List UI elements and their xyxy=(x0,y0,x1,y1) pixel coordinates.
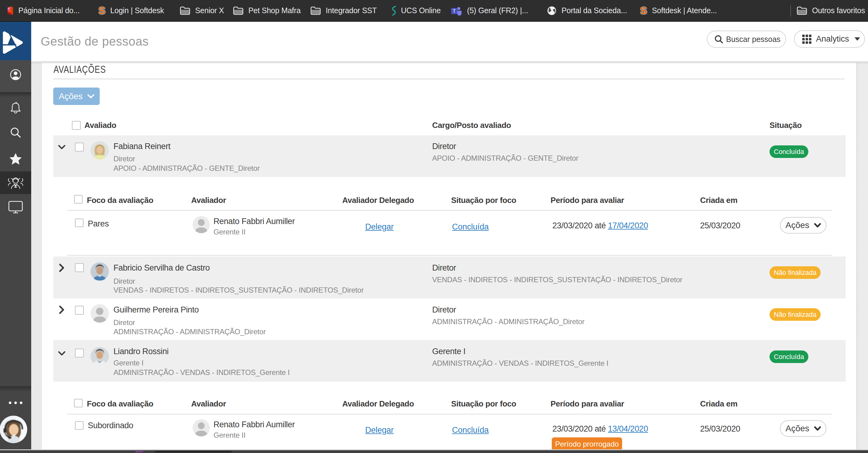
svg-text:T: T xyxy=(453,8,456,14)
